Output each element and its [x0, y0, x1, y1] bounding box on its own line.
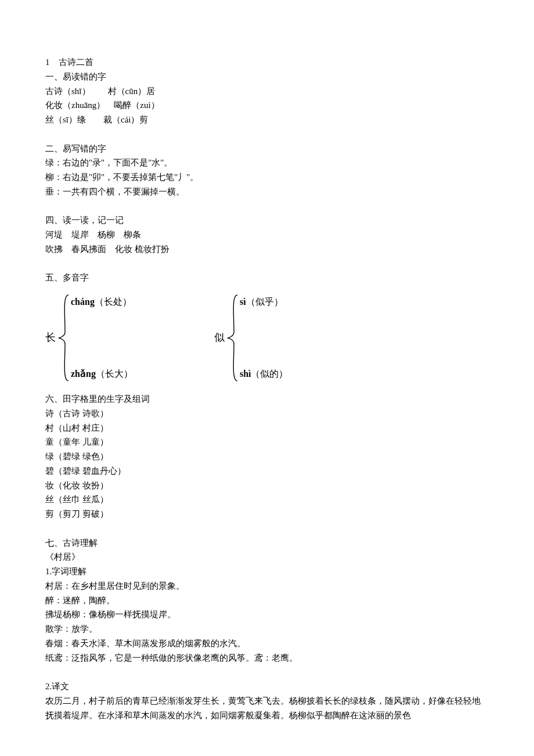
gap	[45, 127, 489, 142]
polyphone-group: 长 cháng（长处） zhǎng（长大）	[45, 291, 133, 385]
pinyin: zhǎng	[71, 369, 96, 379]
content-line: 村（山村 村庄）	[45, 421, 489, 435]
section-heading: 六、田字格里的生字及组词	[45, 392, 489, 406]
content-line: 绿：右边的"录"，下面不是"水"。	[45, 156, 489, 170]
left-brace-icon	[226, 291, 240, 384]
content-line: 童（童年 儿童）	[45, 435, 489, 449]
sub-heading: 1.字词理解	[45, 564, 489, 579]
content-line: 古诗（shī） 村（cūn）居	[45, 84, 489, 99]
content-line: 垂：一共有四个横，不要漏掉一横。	[45, 185, 489, 199]
content-line: 农历二月，村子前后的青草已经渐渐发芽生长，黄莺飞来飞去。杨柳披着长长的绿枝条，随…	[45, 694, 489, 723]
gap	[45, 665, 489, 679]
pinyin: cháng	[71, 297, 95, 307]
section-heading: 一、易读错的字	[45, 70, 489, 84]
content-line: 柳：右边是"卯"，不要丢掉第七笔"丿"。	[45, 170, 489, 185]
readings-col: sì（似乎） shì（似的）	[240, 291, 288, 385]
gap	[45, 199, 489, 214]
word: （似的）	[251, 369, 288, 379]
document-page: 1 古诗二首 一、易读错的字 古诗（shī） 村（cūn）居 化妆（zhuāng…	[0, 0, 534, 746]
content-line: 丝（sī）绦 裁（cái）剪	[45, 113, 489, 127]
content-line: 吹拂 春风拂面 化妆 梳妆打扮	[45, 242, 489, 257]
content-line: 村居：在乡村里居住时见到的景象。	[45, 579, 489, 593]
content-line: 妆（化妆 妆扮）	[45, 478, 489, 493]
content-line: 纸鸢：泛指风筝，它是一种纸做的形状像老鹰的风筝。鸢：老鹰。	[45, 651, 489, 665]
content-line: 丝（丝巾 丝瓜）	[45, 492, 489, 507]
content-line: 绿（碧绿 绿色）	[45, 449, 489, 464]
reading-line: cháng（长处）	[71, 294, 133, 309]
word: （长大）	[96, 369, 133, 379]
gap	[45, 257, 489, 271]
left-brace-icon	[57, 291, 71, 384]
content-line: 醉：迷醉，陶醉。	[45, 593, 489, 608]
gap	[45, 521, 489, 536]
content-line: 河堤 堤岸 杨柳 柳条	[45, 228, 489, 242]
content-line: 剪（剪刀 剪破）	[45, 507, 489, 521]
reading-line: sì（似乎）	[240, 294, 288, 309]
content-line: 诗（古诗 诗歌）	[45, 406, 489, 421]
section-heading: 七、古诗理解	[45, 536, 489, 550]
word: （似乎）	[246, 297, 283, 307]
pinyin: sì	[240, 297, 246, 307]
sub-heading: 2.译文	[45, 679, 489, 694]
content-line: 散学：放学。	[45, 622, 489, 636]
pinyin: shì	[240, 369, 251, 379]
content-line: 碧（碧绿 碧血丹心）	[45, 464, 489, 478]
readings-col: cháng（长处） zhǎng（长大）	[71, 291, 133, 385]
content-line: 化妆（zhuāng） 喝醉（zuì）	[45, 98, 489, 113]
polyphone-char: 长	[45, 329, 57, 347]
reading-line: shì（似的）	[240, 366, 288, 381]
polyphone-block: 长 cháng（长处） zhǎng（长大） 似 sì（似乎） shì（似的）	[45, 291, 489, 385]
polyphone-group: 似 sì（似乎） shì（似的）	[214, 291, 288, 385]
title-line: 1 古诗二首	[45, 55, 489, 70]
section-heading: 四、读一读，记一记	[45, 213, 489, 228]
polyphone-char: 似	[214, 329, 226, 347]
word: （长处）	[95, 297, 132, 307]
section-heading: 五、多音字	[45, 271, 489, 285]
poem-title: 《村居》	[45, 550, 489, 564]
section-heading: 二、易写错的字	[45, 142, 489, 156]
reading-line: zhǎng（长大）	[71, 366, 133, 381]
content-line: 春烟：春天水泽、草木间蒸发形成的烟雾般的水汽。	[45, 636, 489, 651]
content-line: 拂堤杨柳：像杨柳一样抚摸堤岸。	[45, 607, 489, 622]
